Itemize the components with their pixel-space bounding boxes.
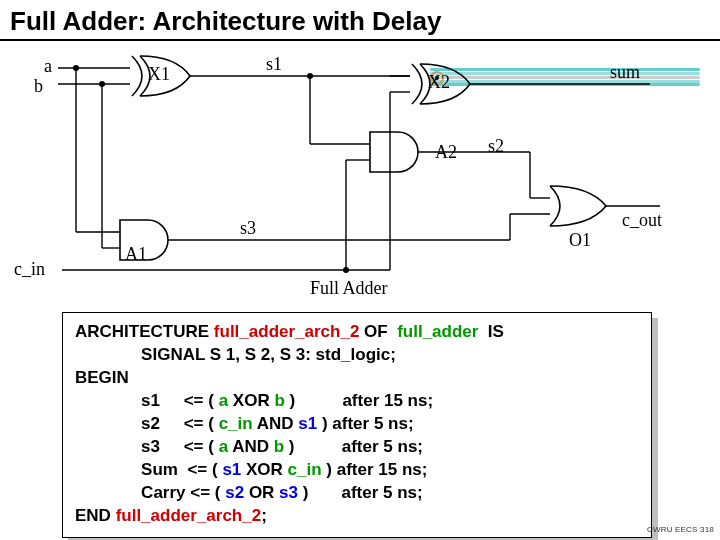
label-cin: c_in [14, 259, 45, 279]
label-sum: sum [610, 62, 640, 82]
svg-point-13 [307, 73, 313, 79]
label-a: a [44, 56, 52, 76]
label-b: b [34, 76, 43, 96]
schematic-caption: Full Adder [310, 278, 388, 298]
gate-o1 [550, 186, 606, 226]
gate-a1-label: A1 [125, 244, 147, 264]
vhdl-code: ARCHITECTURE full_adder_arch_2 OF full_a… [62, 312, 652, 538]
gate-o1-label: O1 [569, 230, 591, 250]
full-adder-schematic: a b c_in X1 s1 X2 sum [10, 50, 690, 300]
footer-credit: CWRU EECS 318 [647, 525, 714, 534]
svg-point-5 [99, 81, 105, 87]
label-s2: s2 [488, 136, 504, 156]
vhdl-code-box: ARCHITECTURE full_adder_arch_2 OF full_a… [62, 312, 652, 538]
gate-a2 [370, 132, 418, 172]
slide-title: Full Adder: Architecture with Delay [0, 0, 720, 41]
gate-x2-label: X2 [428, 72, 450, 92]
svg-point-4 [73, 65, 79, 71]
label-cout: c_out [622, 210, 662, 230]
label-s1: s1 [266, 54, 282, 74]
svg-point-16 [343, 267, 349, 273]
gate-x1-label: X1 [148, 64, 170, 84]
label-s3: s3 [240, 218, 256, 238]
